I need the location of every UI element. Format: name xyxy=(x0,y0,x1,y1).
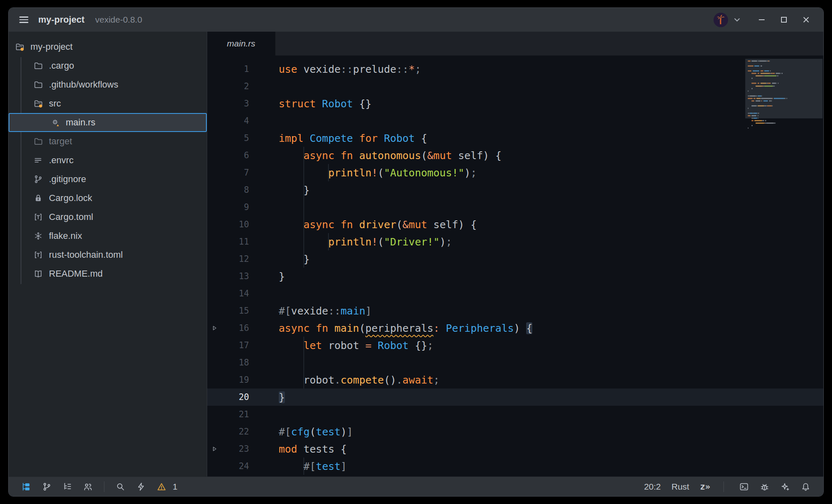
tab-main-rs[interactable]: main.rs xyxy=(207,32,275,55)
code-line-18[interactable]: 18 xyxy=(207,354,823,371)
code-line-24[interactable]: 24 #[test] xyxy=(207,458,823,475)
minimap-viewport[interactable] xyxy=(745,59,823,118)
code-line-11[interactable]: 11 println!("Driver!"); xyxy=(207,233,823,250)
toml-file-icon xyxy=(34,250,43,259)
code-line-16[interactable]: 16async fn main(peripherals: Peripherals… xyxy=(207,319,823,337)
line-number: 16 xyxy=(222,323,249,333)
line-number: 24 xyxy=(222,461,249,471)
code-line-8[interactable]: 8 } xyxy=(207,181,823,199)
bell-icon[interactable] xyxy=(799,480,813,494)
line-number: 8 xyxy=(222,185,249,195)
code-lines: 1use vexide::prelude::*;23struct Robot {… xyxy=(207,60,823,475)
sidebar-item--cargo[interactable]: .cargo xyxy=(9,56,207,75)
edit-prediction-icon[interactable]: z» xyxy=(700,482,710,492)
collaboration-icon[interactable] xyxy=(81,480,95,494)
code-line-19[interactable]: 19 robot.compete().await; xyxy=(207,371,823,388)
project-name[interactable]: my-project xyxy=(38,14,84,25)
fold-arrow-icon[interactable] xyxy=(207,325,222,331)
code-line-3[interactable]: 3struct Robot {} xyxy=(207,95,823,112)
file-label: .envrc xyxy=(49,155,74,166)
code-text: impl Compete for Robot { xyxy=(279,132,427,144)
sidebar-item--gitignore[interactable]: .gitignore xyxy=(9,170,207,189)
sidebar-item--github-workflows[interactable]: .github/workflows xyxy=(9,75,207,94)
line-number: 21 xyxy=(222,409,249,419)
project-panel-icon[interactable] xyxy=(19,480,33,494)
sidebar-item-main-rs[interactable]: main.rs xyxy=(9,113,207,132)
sidebar-item--envrc[interactable]: .envrc xyxy=(9,151,207,170)
code-line-21[interactable]: 21 xyxy=(207,406,823,423)
sidebar-item-cargo-toml[interactable]: Cargo.toml xyxy=(9,208,207,227)
line-number: 9 xyxy=(222,202,249,212)
line-number: 3 xyxy=(222,99,249,109)
code-line-4[interactable]: 4 xyxy=(207,112,823,129)
line-number: 20 xyxy=(222,392,249,402)
terminal-icon[interactable] xyxy=(737,480,751,494)
code-line-12[interactable]: 12 } xyxy=(207,250,823,268)
sidebar-item-readme-md[interactable]: README.md xyxy=(9,264,207,283)
code-text: println!("Driver!"); xyxy=(279,236,452,248)
sidebar-item-target[interactable]: target xyxy=(9,132,207,151)
code-text: async fn driver(&mut self) { xyxy=(279,219,477,231)
file-tree: my-project.cargo.github/workflowssrcmain… xyxy=(9,37,207,283)
file-label: src xyxy=(49,98,61,109)
line-number: 13 xyxy=(222,271,249,281)
code-text: #[test] xyxy=(279,460,347,472)
outline-icon[interactable] xyxy=(60,480,74,494)
status-bar: 1 20:2 Rust z» xyxy=(9,476,823,496)
app-menu-icon[interactable] xyxy=(19,16,28,23)
maximize-button[interactable] xyxy=(776,12,792,28)
code-text: } xyxy=(279,184,310,196)
code-line-10[interactable]: 10 async fn driver(&mut self) { xyxy=(207,216,823,233)
file-label: target xyxy=(49,136,72,147)
code-text: async fn main(peripherals: Peripherals) … xyxy=(279,322,532,334)
separator xyxy=(723,481,724,492)
code-line-6[interactable]: 6 async fn autonomous(&mut self) { xyxy=(207,147,823,164)
code-line-17[interactable]: 17 let robot = Robot {}; xyxy=(207,337,823,354)
cursor-position[interactable]: 20:2 xyxy=(644,482,661,492)
line-number: 10 xyxy=(222,220,249,229)
code-line-1[interactable]: 1use vexide::prelude::*; xyxy=(207,60,823,78)
folder-open-dot-icon xyxy=(15,42,24,51)
project-version-badge[interactable]: vexide-0.8.0 xyxy=(95,15,142,25)
code-line-2[interactable]: 2 xyxy=(207,78,823,95)
file-label: .cargo xyxy=(49,60,74,71)
sidebar-item-flake-nix[interactable]: flake.nix xyxy=(9,227,207,245)
code-line-22[interactable]: 22#[cfg(test)] xyxy=(207,423,823,440)
zap-icon[interactable] xyxy=(134,480,148,494)
git-branch-icon[interactable] xyxy=(40,480,54,494)
code-line-7[interactable]: 7 println!("Autonomous!"); xyxy=(207,164,823,181)
code-text: struct Robot {} xyxy=(279,98,372,110)
chevron-down-icon[interactable] xyxy=(734,18,740,22)
search-icon[interactable] xyxy=(113,480,127,494)
diagnostics-warning-icon[interactable] xyxy=(155,480,169,494)
sidebar-item-rust-toolchain-toml[interactable]: rust-toolchain.toml xyxy=(9,245,207,264)
code-line-9[interactable]: 9 xyxy=(207,199,823,216)
code-line-20[interactable]: 20} xyxy=(207,388,823,406)
minimize-button[interactable] xyxy=(753,12,770,28)
code-text: use vexide::prelude::*; xyxy=(279,63,421,75)
code-editor[interactable]: 1use vexide::prelude::*;23struct Robot {… xyxy=(207,55,823,476)
sidebar-item-src[interactable]: src xyxy=(9,94,207,113)
code-line-23[interactable]: 23mod tests { xyxy=(207,440,823,458)
close-button[interactable] xyxy=(798,12,814,28)
folder-icon xyxy=(34,61,43,70)
fold-arrow-icon[interactable] xyxy=(207,446,222,452)
minimap[interactable] xyxy=(745,55,823,191)
diagnostics-count[interactable]: 1 xyxy=(173,482,178,492)
language-selector[interactable]: Rust xyxy=(672,482,689,492)
code-text: println!("Autonomous!"); xyxy=(279,167,477,179)
avatar[interactable] xyxy=(714,13,728,27)
code-line-5[interactable]: 5impl Compete for Robot { xyxy=(207,129,823,147)
debug-icon[interactable] xyxy=(758,480,772,494)
title-bar: my-project vexide-0.8.0 xyxy=(9,8,823,32)
file-label: .github/workflows xyxy=(49,79,118,90)
palm-tree-icon xyxy=(714,13,728,27)
file-label: Cargo.lock xyxy=(49,193,92,203)
code-line-13[interactable]: 13} xyxy=(207,268,823,285)
code-line-15[interactable]: 15#[vexide::main] xyxy=(207,302,823,319)
assistant-sparkles-icon[interactable] xyxy=(778,480,792,494)
code-line-14[interactable]: 14 xyxy=(207,285,823,302)
sidebar-item-cargo-lock[interactable]: Cargo.lock xyxy=(9,189,207,208)
git-file-icon xyxy=(34,175,43,184)
sidebar-item-my-project[interactable]: my-project xyxy=(9,37,207,56)
